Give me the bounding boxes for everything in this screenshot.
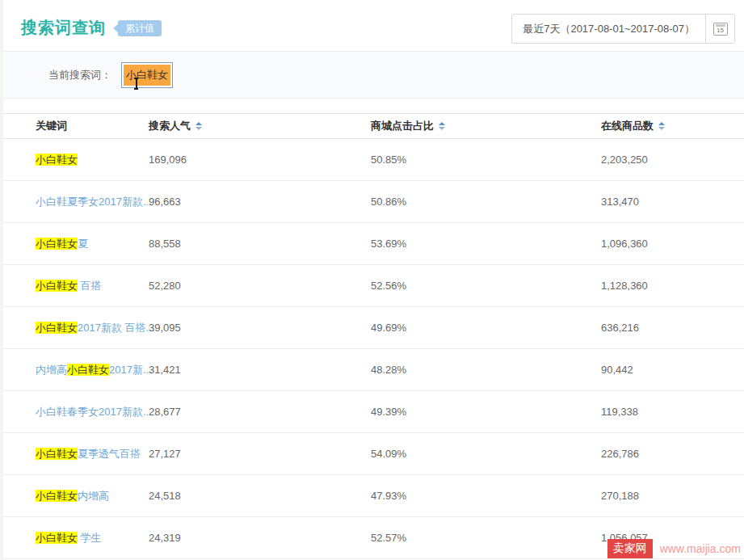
table-row: 小白鞋女夏季透气百搭 27,127 54.09% 226,786 xyxy=(3,433,744,475)
keyword-link[interactable]: 小白鞋女 百搭 xyxy=(36,280,102,292)
cell-search-popularity: 96,663 xyxy=(149,196,371,208)
column-header-keyword: 关键词 xyxy=(3,119,149,133)
cell-click-ratio: 52.56% xyxy=(371,280,601,292)
current-search-section: 当前搜索词： 小白鞋女 xyxy=(3,51,744,99)
cell-search-popularity: 39,095 xyxy=(149,322,371,334)
sort-icon[interactable] xyxy=(195,122,202,130)
keyword-link[interactable]: 小白鞋女 学生 xyxy=(36,532,102,544)
keyword-link[interactable]: 小白鞋夏季女2017新款... xyxy=(36,196,152,208)
watermark-brand: 卖家网 xyxy=(607,539,653,558)
sort-icon[interactable] xyxy=(439,122,445,130)
cell-click-ratio: 49.69% xyxy=(371,322,601,334)
keyword-link[interactable]: 小白鞋女 xyxy=(36,154,78,166)
table-header: 关键词 搜索人气 商城点击占比 在线商品数 xyxy=(3,113,744,139)
column-header-click-ratio[interactable]: 商城点击占比 xyxy=(371,119,601,133)
table-row: 小白鞋女内增高 24,518 47.93% 270,188 xyxy=(3,475,744,517)
cumulative-value-badge: 累计值 xyxy=(118,20,162,36)
cell-search-popularity: 88,558 xyxy=(149,238,371,250)
cell-online-products: 1,096,360 xyxy=(601,238,744,250)
cell-online-products: 313,470 xyxy=(601,196,744,208)
calendar-button[interactable]: 15 xyxy=(705,15,734,43)
cell-online-products: 90,442 xyxy=(601,364,744,376)
cell-online-products: 636,216 xyxy=(601,322,744,334)
badge-label: 累计值 xyxy=(125,23,154,34)
calendar-day: 15 xyxy=(714,27,727,35)
keyword-link[interactable]: 内增高小白鞋女2017新... xyxy=(36,364,152,376)
keyword-link[interactable]: 小白鞋女内增高 xyxy=(36,490,109,502)
table-row: 内增高小白鞋女2017新... 31,421 48.28% 90,442 xyxy=(3,349,744,391)
cell-search-popularity: 52,280 xyxy=(149,280,371,292)
table-row: 小白鞋夏季女2017新款... 96,663 50.86% 313,470 xyxy=(3,181,744,223)
keyword-link[interactable]: 小白鞋女夏季透气百搭 xyxy=(36,448,141,460)
watermark-url: www.maijia.com xyxy=(660,542,741,555)
date-range-label: 最近7天（2017-08-01~2017-08-07） xyxy=(512,15,705,43)
column-header-online-products[interactable]: 在线商品数 xyxy=(601,119,744,133)
search-input-value: 小白鞋女 xyxy=(124,65,170,86)
keyword-link[interactable]: 小白鞋女夏 xyxy=(36,238,88,250)
page-title: 搜索词查询 xyxy=(21,17,106,39)
search-term-query-page: 搜索词查询 累计值 最近7天（2017-08-01~2017-08-07） 15… xyxy=(0,0,744,560)
keywords-table: 关键词 搜索人气 商城点击占比 在线商品数 小白鞋女 169,096 50.85… xyxy=(3,113,744,559)
search-input[interactable]: 小白鞋女 xyxy=(121,62,173,88)
column-header-search-popularity[interactable]: 搜索人气 xyxy=(149,119,371,133)
cell-click-ratio: 50.85% xyxy=(371,154,601,166)
cell-click-ratio: 48.28% xyxy=(371,364,601,376)
sort-icon[interactable] xyxy=(658,122,665,130)
cell-click-ratio: 54.09% xyxy=(371,448,601,460)
cell-search-popularity: 28,677 xyxy=(149,406,371,418)
cell-online-products: 270,188 xyxy=(601,490,744,502)
cell-click-ratio: 53.69% xyxy=(371,238,601,250)
table-row: 小白鞋女2017新款 百搭... 39,095 49.69% 636,216 xyxy=(3,307,744,349)
cell-online-products: 1,128,360 xyxy=(601,280,744,292)
date-range-picker[interactable]: 最近7天（2017-08-01~2017-08-07） 15 xyxy=(511,14,735,44)
keyword-link[interactable]: 小白鞋春季女2017新款... xyxy=(36,406,152,418)
table-row: 小白鞋女 169,096 50.85% 2,203,250 xyxy=(3,139,744,181)
current-search-label: 当前搜索词： xyxy=(48,68,111,82)
cell-search-popularity: 24,518 xyxy=(149,490,371,502)
badge-arrow-icon xyxy=(113,24,118,32)
cell-click-ratio: 50.86% xyxy=(371,196,601,208)
cell-click-ratio: 52.57% xyxy=(371,532,601,544)
table-row: 小白鞋春季女2017新款... 28,677 49.39% 119,338 xyxy=(3,391,744,433)
table-body: 小白鞋女 169,096 50.85% 2,203,250 小白鞋夏季女2017… xyxy=(3,139,744,559)
text-cursor-icon xyxy=(132,78,140,90)
cell-online-products: 2,203,250 xyxy=(601,154,744,166)
watermark: 卖家网 www.maijia.com xyxy=(607,539,744,558)
cell-search-popularity: 31,421 xyxy=(149,364,371,376)
cell-search-popularity: 24,319 xyxy=(149,532,371,544)
table-row: 小白鞋女 百搭 52,280 52.56% 1,128,360 xyxy=(3,265,744,307)
cell-click-ratio: 47.93% xyxy=(371,490,601,502)
cell-search-popularity: 169,096 xyxy=(149,154,371,166)
keyword-link[interactable]: 小白鞋女2017新款 百搭... xyxy=(36,322,154,334)
calendar-icon: 15 xyxy=(713,23,728,36)
header: 搜索词查询 累计值 xyxy=(21,17,162,39)
cell-search-popularity: 27,127 xyxy=(149,448,371,460)
cell-online-products: 119,338 xyxy=(601,406,744,418)
table-row: 小白鞋女夏 88,558 53.69% 1,096,360 xyxy=(3,223,744,265)
cell-online-products: 226,786 xyxy=(601,448,744,460)
cell-click-ratio: 49.39% xyxy=(371,406,601,418)
